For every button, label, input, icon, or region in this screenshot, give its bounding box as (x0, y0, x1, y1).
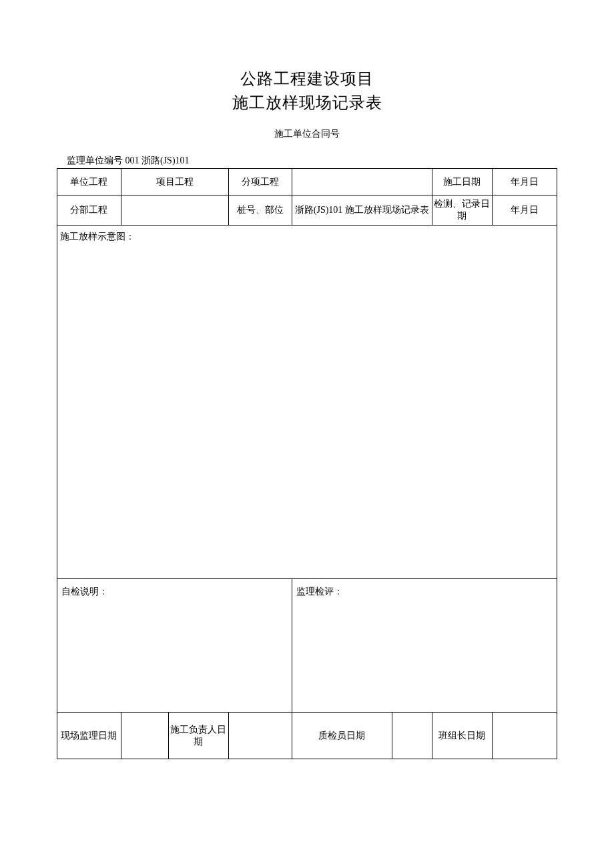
diagram-row: 施工放样示意图： (57, 226, 557, 579)
sig-qc-value (392, 713, 432, 759)
sig-site-supervisor-value (121, 713, 168, 759)
notes-row: 自检说明： 监理检评： (57, 579, 557, 713)
sig-team-lead-label: 班组长日期 (432, 713, 492, 759)
form-table: 单位工程 项目工程 分项工程 施工日期 年月日 分部工程 桩号、部位 浙路(JS… (57, 168, 557, 759)
cell-record-date-label: 检测、记录日期 (432, 195, 492, 226)
supervisor-review-cell: 监理检评： (292, 579, 557, 713)
header-row-1: 单位工程 项目工程 分项工程 施工日期 年月日 (57, 169, 557, 195)
sig-team-lead-value (492, 713, 557, 759)
cell-unit-project-label: 单位工程 (57, 169, 121, 195)
title-line-1: 公路工程建设项目 (57, 67, 557, 91)
title-block: 公路工程建设项目 施工放样现场记录表 (57, 67, 557, 115)
cell-project-label: 项目工程 (121, 169, 228, 195)
page-container: 公路工程建设项目 施工放样现场记录表 施工单位合同号 监理单位编号 001 浙路… (0, 0, 614, 759)
sig-construction-lead-value (228, 713, 292, 759)
title-line-2: 施工放样现场记录表 (57, 91, 557, 115)
cell-subproject-label: 分部工程 (57, 195, 121, 226)
header-row-2: 分部工程 桩号、部位 浙路(JS)101 施工放样现场记录表 检测、记录日期 年… (57, 195, 557, 226)
sig-site-supervisor-label: 现场监理日期 (57, 713, 121, 759)
cell-stake-value: 浙路(JS)101 施工放样现场记录表 (292, 195, 432, 226)
cell-construct-date-label: 施工日期 (432, 169, 492, 195)
sig-construction-lead-label: 施工负责人日期 (169, 713, 229, 759)
cell-subitem-value (292, 169, 432, 195)
cell-subproject-value (121, 195, 228, 226)
self-check-cell: 自检说明： (57, 579, 292, 713)
cell-construct-date-value: 年月日 (492, 169, 557, 195)
cell-stake-label: 桩号、部位 (228, 195, 292, 226)
sig-qc-label: 质检员日期 (292, 713, 392, 759)
signature-row: 现场监理日期 施工负责人日期 质检员日期 班组长日期 (57, 713, 557, 759)
subtitle: 施工单位合同号 (57, 128, 557, 140)
supervisor-line: 监理单位编号 001 浙路(JS)101 (67, 155, 557, 167)
diagram-cell: 施工放样示意图： (57, 226, 557, 579)
cell-subitem-label: 分项工程 (228, 169, 292, 195)
cell-record-date-value: 年月日 (492, 195, 557, 226)
